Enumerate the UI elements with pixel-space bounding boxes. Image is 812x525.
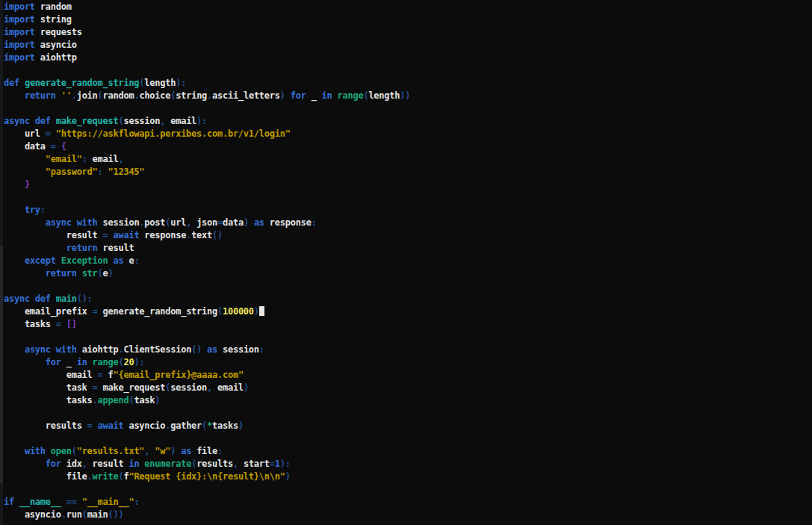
- code-token: as: [181, 446, 196, 456]
- code-token: :: [134, 497, 139, 507]
- code-token: :: [259, 344, 264, 355]
- code-token: .: [61, 509, 66, 520]
- code-line: [4, 331, 812, 344]
- code-line: try:: [4, 204, 812, 217]
- code-token: =: [93, 382, 103, 393]
- code-token: file: [4, 471, 87, 482]
- code-token: [4, 268, 46, 279]
- code-line: if __name__ == "__main__":: [4, 496, 812, 509]
- code-token: =: [87, 420, 98, 431]
- code-token: url: [170, 217, 186, 228]
- code-token: return: [25, 90, 61, 101]
- code-token: as: [108, 255, 129, 266]
- code-token: import: [4, 1, 35, 12]
- code-line: async with session.post(url, json=data) …: [4, 217, 812, 229]
- scrollbar-thumb[interactable]: [0, 246, 3, 482]
- code-token: "__main__": [82, 497, 134, 507]
- code-token: async def: [4, 293, 56, 304]
- code-token: :: [312, 217, 317, 228]
- code-token: session: [223, 344, 259, 355]
- code-token: ,: [82, 459, 93, 469]
- code-token: email: [4, 370, 98, 380]
- code-token: session: [103, 217, 140, 228]
- code-token: (): [212, 230, 223, 240]
- code-token: ):: [280, 459, 291, 469]
- code-token: ): [155, 395, 160, 406]
- code-token: aiohttp: [35, 52, 77, 63]
- code-token: email: [217, 382, 244, 393]
- code-token: main: [56, 293, 77, 304]
- code-token: generate_random_string: [103, 306, 217, 317]
- code-token: ):: [176, 78, 186, 88]
- code-token: {: [61, 141, 66, 152]
- code-token: ClientSession: [123, 344, 191, 355]
- code-line: results = await asyncio.gather(*tasks): [4, 420, 812, 432]
- code-token: result: [103, 243, 134, 253]
- code-token: .: [87, 471, 93, 482]
- code-token: length: [144, 78, 176, 88]
- code-line: asyncio.run(main()): [4, 509, 812, 521]
- code-line: return result: [4, 242, 812, 255]
- code-token: return: [46, 268, 82, 279]
- code-token: string: [176, 90, 207, 101]
- code-token: import: [4, 52, 35, 63]
- code-token: email: [93, 154, 119, 164]
- code-token: [4, 344, 25, 355]
- code-line: }: [4, 178, 812, 191]
- code-line: return str(e): [4, 267, 812, 280]
- code-line: [4, 102, 812, 115]
- code-token: async def: [4, 116, 56, 126]
- terminal-window[interactable]: import randomimport stringimport request…: [0, 0, 812, 525]
- code-token: "12345": [108, 167, 145, 177]
- code-token: requests: [35, 27, 82, 37]
- code-token: [4, 459, 46, 469]
- code-token: def: [4, 78, 25, 88]
- screen: { "editor": { "colors": { "bg": "#0c0c0c…: [0, 0, 812, 525]
- code-token: :: [98, 167, 108, 177]
- code-token: Exception: [61, 255, 108, 266]
- code-token: import: [4, 27, 35, 37]
- code-token: 1: [275, 459, 280, 469]
- code-token: result: [93, 459, 129, 469]
- code-token: ==: [66, 497, 82, 507]
- code-token: await: [98, 420, 129, 431]
- code-token: :: [217, 446, 223, 456]
- code-token: for: [291, 90, 312, 101]
- code-token: ): [254, 306, 259, 317]
- code-token: [4, 167, 46, 177]
- code-token: :: [134, 255, 139, 266]
- code-line: import random: [4, 1, 812, 13]
- code-token: "email": [46, 154, 82, 164]
- code-token: result: [4, 230, 103, 240]
- code-line: async def main():: [4, 293, 812, 305]
- code-line: import string: [4, 13, 812, 26]
- code-token: range: [93, 357, 119, 367]
- code-token: ): [280, 90, 291, 101]
- code-token: ,: [118, 154, 123, 164]
- code-token: =: [51, 141, 61, 152]
- code-token: generate_random_string: [25, 78, 139, 88]
- code-line: def generate_random_string(length):: [4, 77, 812, 90]
- code-token: [4, 357, 46, 367]
- code-token: data: [223, 217, 244, 228]
- code-token: write: [93, 471, 119, 482]
- code-line: import aiohttp: [4, 52, 812, 64]
- code-token: "https://askflowapi.perxibes.com.br/v1/l…: [56, 128, 291, 139]
- code-token: [4, 154, 46, 164]
- code-line: url = "https://askflowapi.perxibes.com.b…: [4, 128, 812, 140]
- code-line: import requests: [4, 26, 812, 39]
- code-line: data = {: [4, 140, 812, 153]
- code-line: [4, 280, 812, 293]
- code-token: random: [103, 90, 134, 101]
- code-token: in: [128, 459, 144, 469]
- code-token: task: [134, 395, 155, 406]
- code-line: import asyncio: [4, 39, 812, 52]
- code-line: except Exception as e:: [4, 255, 812, 267]
- code-token: task: [4, 382, 93, 393]
- code-token: import: [4, 40, 35, 50]
- code-editor[interactable]: import randomimport stringimport request…: [0, 0, 812, 521]
- code-token: .: [93, 395, 98, 406]
- text-cursor: [259, 306, 264, 316]
- code-token: run: [66, 509, 82, 520]
- scrollbar-track[interactable]: [0, 0, 3, 525]
